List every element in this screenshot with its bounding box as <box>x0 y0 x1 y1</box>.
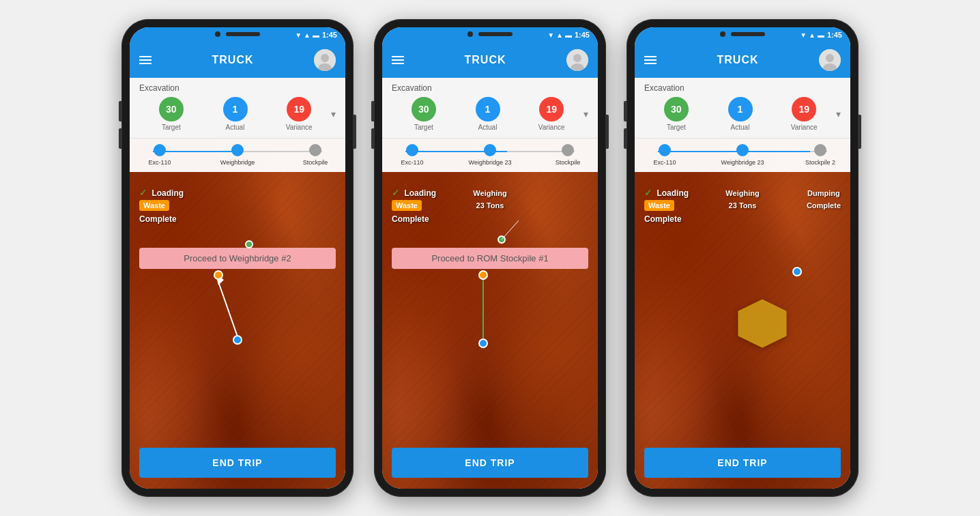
power-button-2[interactable] <box>606 115 609 149</box>
wifi-icon-2: ▼ <box>547 31 554 39</box>
station-dot-sp-2 <box>562 144 574 156</box>
dumping-text-3: DumpingComplete <box>807 189 841 210</box>
actual-badge-1: 1 <box>223 97 248 121</box>
end-trip-button-2[interactable]: END TRIP <box>392 448 588 478</box>
target-label-1: Target <box>162 124 181 131</box>
expand-arrow-2[interactable]: ▾ <box>583 109 588 119</box>
station-name-exc110-3: Exc-110 <box>653 159 676 167</box>
map-area-3: Exc-110 Weighbridge 23 Stockpile 2 <box>635 139 850 489</box>
app-bar-3: TRUCK <box>635 42 850 78</box>
expand-arrow-1[interactable]: ▾ <box>331 109 336 119</box>
station-dot-1 <box>154 144 166 156</box>
app-title-1: TRUCK <box>212 54 254 66</box>
end-trip-button-1[interactable]: END TRIP <box>139 448 336 478</box>
power-button-3[interactable] <box>859 115 861 149</box>
phone-1: ▼ ▲ ▬ 1:45 TRUCK <box>121 19 354 497</box>
vol-up-button-3[interactable] <box>624 101 626 121</box>
station-dot-2a <box>406 144 418 156</box>
weighing-info-3: Weighing23 Tons <box>725 186 759 212</box>
station-name-sp-2: Stockpile <box>556 159 581 167</box>
svg-point-1 <box>321 54 329 62</box>
variance-label-3: Variance <box>791 124 818 131</box>
vol-down-button[interactable] <box>119 128 121 149</box>
vol-up-button-2[interactable] <box>371 101 374 121</box>
station-dot-3a <box>659 144 671 156</box>
avatar-1[interactable] <box>314 49 336 71</box>
station-dot-sp-3 <box>814 144 826 156</box>
vol-up-button[interactable] <box>119 101 121 121</box>
avatar-2[interactable] <box>566 49 588 71</box>
station-name-sp-1: Stockpile <box>303 159 328 167</box>
menu-button-3[interactable] <box>644 56 657 64</box>
station-weighbridge-3: Weighbridge 23 <box>721 144 764 167</box>
station-dot-wb-2 <box>484 144 496 156</box>
end-trip-button-3[interactable]: END TRIP <box>644 448 841 478</box>
stat-target-2: 30 Target <box>392 97 456 131</box>
actual-label-3: Actual <box>731 124 750 131</box>
wifi-icon: ▼ <box>295 31 302 39</box>
target-label-2: Target <box>414 124 433 131</box>
target-badge-2: 30 <box>412 97 436 121</box>
waste-badge-3: Waste <box>644 200 674 211</box>
map-area-2: Exc-110 Weighbridge 23 Stockpile <box>382 139 598 489</box>
station-name-exc110-1: Exc-110 <box>148 159 171 167</box>
variance-badge-2: 19 <box>539 97 564 121</box>
stat-actual-1: 1 Actual <box>203 97 268 131</box>
station-name-wb-1: Weighbridge <box>220 159 255 167</box>
dumping-info-3: DumpingComplete <box>807 186 841 212</box>
signal-icon: ▲ <box>304 31 311 39</box>
actual-badge-2: 1 <box>476 97 500 121</box>
battery-icon: ▬ <box>313 31 319 39</box>
status-time-3: 1:45 <box>827 31 842 39</box>
waste-badge-1: Waste <box>139 200 169 211</box>
front-camera-2 <box>467 31 473 37</box>
station-name-wb-3: Weighbridge 23 <box>721 159 764 167</box>
station-exc110-2: Exc-110 <box>392 144 433 167</box>
station-exc110-3: Exc-110 <box>644 144 685 167</box>
menu-button-1[interactable] <box>139 56 152 64</box>
menu-button-2[interactable] <box>392 56 404 64</box>
status-info-left-3: ✓ Loading Waste Complete <box>644 186 689 225</box>
target-label-3: Target <box>667 124 686 131</box>
vol-down-button-3[interactable] <box>624 128 626 149</box>
variance-label-1: Variance <box>286 124 313 131</box>
phone-3: ▼ ▲ ▬ 1:45 TRUCK <box>626 19 859 497</box>
variance-badge-1: 19 <box>287 97 311 121</box>
front-camera <box>215 31 220 37</box>
check-icon-3: ✓ <box>644 187 652 198</box>
station-dot-wb-1 <box>231 144 244 156</box>
complete-text-1: Complete <box>139 214 177 224</box>
loading-text-2: Loading <box>404 188 436 198</box>
stat-actual-3: 1 Actual <box>708 97 773 131</box>
svg-marker-20 <box>738 300 786 347</box>
status-info-left-2: ✓ Loading Waste Complete <box>392 186 436 225</box>
vol-down-button-2[interactable] <box>371 128 374 149</box>
map-area-1: Exc-110 Weighbridge Stockpile <box>130 139 345 489</box>
signal-icon-3: ▲ <box>809 31 816 39</box>
progress-track-3: Exc-110 Weighbridge 23 Stockpile 2 <box>635 139 850 172</box>
status-icons-2: ▼ ▲ ▬ <box>547 31 572 39</box>
stats-label-3: Excavation <box>644 83 841 93</box>
station-stockpile-1: Stockpile <box>295 144 336 167</box>
weighing-info-2: Weighing23 Tons <box>473 186 506 212</box>
station-stockpile-3: Stockpile 2 <box>800 144 841 167</box>
station-name-exc110-2: Exc-110 <box>401 159 423 167</box>
stats-label-1: Excavation <box>139 83 336 93</box>
complete-text-2: Complete <box>392 214 429 224</box>
expand-arrow-3[interactable]: ▾ <box>836 109 841 119</box>
phone-wrapper: ▼ ▲ ▬ 1:45 TRUCK <box>121 19 859 497</box>
app-title-3: TRUCK <box>717 54 759 66</box>
complete-text-3: Complete <box>644 214 682 224</box>
speaker <box>226 32 260 36</box>
status-icons: ▼ ▲ ▬ <box>295 31 319 39</box>
progress-track-2: Exc-110 Weighbridge 23 Stockpile <box>382 139 598 172</box>
stat-variance-1: 19 Variance <box>267 97 331 131</box>
stat-variance-3: 19 Variance <box>772 97 836 131</box>
avatar-3[interactable] <box>819 49 841 71</box>
stat-actual-2: 1 Actual <box>456 97 520 131</box>
instruction-banner-1: Proceed to Weighbridge #2 <box>139 248 336 269</box>
power-button[interactable] <box>354 115 356 149</box>
station-name-wb-2: Weighbridge 23 <box>469 159 512 167</box>
status-time-2: 1:45 <box>575 31 590 39</box>
weighing-text-3: Weighing23 Tons <box>725 189 759 210</box>
